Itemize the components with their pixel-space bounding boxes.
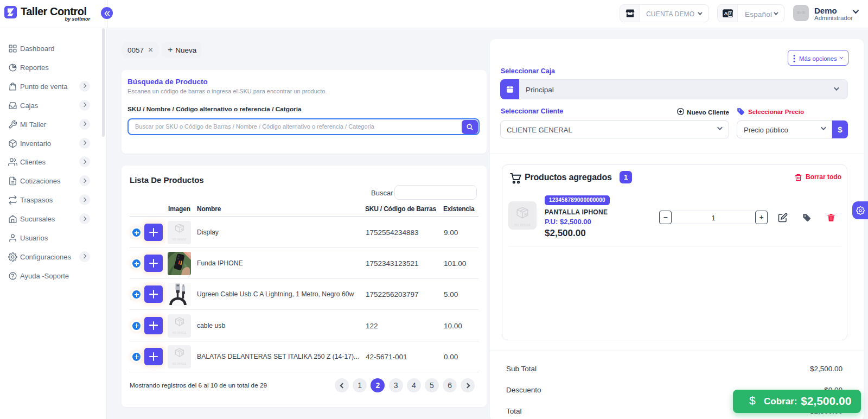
svg-text:2: 2 (729, 12, 731, 16)
svg-text:A: A (724, 10, 727, 16)
